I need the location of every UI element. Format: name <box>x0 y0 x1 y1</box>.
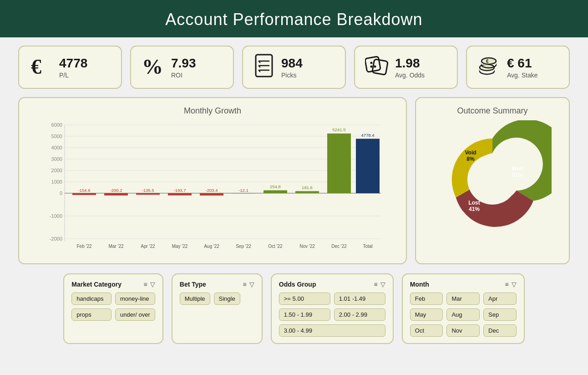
market-category-header: Market Category ≡ ▽ <box>71 281 155 288</box>
avg-stake-value: € 61 <box>507 56 537 71</box>
market-category-chips: handicaps money-line props under/ over <box>71 293 155 321</box>
charts-row: Monthly Growth 6000 5000 4000 3000 <box>0 97 588 264</box>
bet-type-icons: ≡ ▽ <box>243 281 254 288</box>
month-header: Month ≡ ▽ <box>410 281 517 288</box>
bar-chart-area: 6000 5000 4000 3000 2000 1000 0 -1000 -2… <box>28 120 397 257</box>
odds-group-chips: >= 5.00 1.01 -1.49 1.50 - 1.99 2.00 - 2.… <box>279 293 385 337</box>
chip-mar[interactable]: Mar <box>446 293 480 305</box>
avg-stake-label: Avg. Stake <box>507 72 537 79</box>
bar-chart-title: Monthly Growth <box>28 106 397 116</box>
svg-rect-50 <box>168 193 192 195</box>
chip-odds-300-499[interactable]: 3.00 - 4.99 <box>279 324 385 337</box>
chip-multiple[interactable]: Multiple <box>180 293 210 305</box>
odds-group-title: Odds Group <box>279 281 316 288</box>
chip-apr[interactable]: Apr <box>483 293 517 305</box>
svg-text:1000: 1000 <box>51 179 62 185</box>
chip-handicaps[interactable]: handicaps <box>71 293 112 305</box>
chip-may[interactable]: May <box>410 308 443 321</box>
filter-sort-icon2[interactable]: ≡ <box>243 281 247 288</box>
svg-text:8%: 8% <box>466 156 475 162</box>
svg-point-71 <box>467 154 517 205</box>
svg-text:€: € <box>486 59 489 64</box>
svg-point-19 <box>482 58 496 64</box>
chip-oct[interactable]: Oct <box>410 324 443 337</box>
month-icons: ≡ ▽ <box>505 281 517 288</box>
svg-text:Sep '22: Sep '22 <box>236 244 251 249</box>
bet-type-filter: Bet Type ≡ ▽ Multiple Single <box>172 273 263 344</box>
svg-text:-154.6: -154.6 <box>78 188 91 193</box>
percent-icon: % <box>141 54 165 81</box>
market-category-icons: ≡ ▽ <box>144 281 155 288</box>
avg-odds-label: Avg. Odds <box>395 72 425 79</box>
svg-text:May '22: May '22 <box>172 244 188 249</box>
svg-text:2000: 2000 <box>51 168 62 173</box>
chip-single[interactable]: Single <box>214 293 240 305</box>
bet-type-header: Bet Type ≡ ▽ <box>180 281 254 288</box>
filter-funnel-icon4[interactable]: ▽ <box>512 281 517 288</box>
month-chips: Feb Mar Apr May Aug Sep Oct Nov Dec <box>410 293 517 337</box>
svg-rect-68 <box>356 139 380 194</box>
svg-point-12 <box>374 66 376 68</box>
coins-icon: € <box>477 54 501 81</box>
svg-rect-41 <box>72 193 96 195</box>
filter-funnel-icon3[interactable]: ▽ <box>380 281 385 288</box>
chip-money-line[interactable]: money-line <box>115 293 155 305</box>
svg-text:0: 0 <box>60 190 62 196</box>
svg-rect-44 <box>104 193 128 195</box>
svg-rect-59 <box>264 190 287 193</box>
svg-text:5000: 5000 <box>51 134 62 139</box>
donut-container: Won 51% Lost 41% Void 8% <box>425 120 560 239</box>
kpi-avg-stake: € € 61 Avg. Stake <box>466 46 570 89</box>
euro-icon: € <box>29 54 53 81</box>
picks-icon <box>253 54 275 81</box>
svg-rect-62 <box>295 191 319 194</box>
chip-nov[interactable]: Nov <box>446 324 480 337</box>
filter-funnel-icon2[interactable]: ▽ <box>249 281 254 288</box>
svg-text:-2000: -2000 <box>50 236 62 241</box>
chip-odds-200-299[interactable]: 2.00 - 2.99 <box>334 308 385 321</box>
page-header: Account Performance Breakdown <box>0 0 588 37</box>
svg-text:€: € <box>31 55 41 77</box>
chip-aug[interactable]: Aug <box>446 308 480 321</box>
odds-group-filter: Odds Group ≡ ▽ >= 5.00 1.01 -1.49 1.50 -… <box>271 273 394 344</box>
svg-text:Won: Won <box>512 165 523 172</box>
filter-sort-icon3[interactable]: ≡ <box>374 281 378 288</box>
bar-chart-svg: 6000 5000 4000 3000 2000 1000 0 -1000 -2… <box>28 120 397 257</box>
picks-label: Picks <box>281 72 303 79</box>
chip-dec[interactable]: Dec <box>483 324 517 337</box>
chip-props[interactable]: props <box>71 308 112 321</box>
filter-funnel-icon[interactable]: ▽ <box>150 281 155 288</box>
svg-text:51%: 51% <box>512 172 523 178</box>
filters-row: Market Category ≡ ▽ handicaps money-line… <box>0 273 588 353</box>
market-category-title: Market Category <box>71 281 122 288</box>
svg-text:-203.4: -203.4 <box>206 188 218 193</box>
chip-odds-101-149[interactable]: 1.01 -1.49 <box>334 293 385 305</box>
svg-text:Aug '22: Aug '22 <box>204 244 219 249</box>
market-category-filter: Market Category ≡ ▽ handicaps money-line… <box>63 273 163 344</box>
chip-feb[interactable]: Feb <box>410 293 443 305</box>
pl-label: P/L <box>59 72 87 79</box>
page-title: Account Performance Breakdown <box>165 10 422 29</box>
svg-text:%: % <box>142 55 163 77</box>
svg-text:Oct '22: Oct '22 <box>268 244 283 249</box>
chip-sep[interactable]: Sep <box>483 308 517 321</box>
chip-odds-5plus[interactable]: >= 5.00 <box>279 293 330 305</box>
svg-text:-135.5: -135.5 <box>142 188 154 193</box>
filter-sort-icon[interactable]: ≡ <box>144 281 147 288</box>
outcome-chart-card: Outcome Summary <box>415 97 570 264</box>
svg-text:Total: Total <box>363 244 372 249</box>
avg-odds-value: 1.98 <box>395 56 425 71</box>
svg-point-13 <box>370 66 373 68</box>
roi-label: ROI <box>171 72 196 79</box>
svg-point-11 <box>370 62 373 64</box>
kpi-row: € 4778 P/L % 7.93 ROI <box>0 46 588 89</box>
filter-sort-icon4[interactable]: ≡ <box>505 281 509 288</box>
chip-under-over[interactable]: under/ over <box>115 308 155 321</box>
dice-icon <box>365 54 389 81</box>
svg-text:4000: 4000 <box>51 145 62 150</box>
kpi-avg-odds: 1.98 Avg. Odds <box>354 46 458 89</box>
donut-svg: Won 51% Lost 41% Void 8% <box>433 120 552 239</box>
svg-text:Feb '22: Feb '22 <box>76 244 91 249</box>
chip-odds-150-199[interactable]: 1.50 - 1.99 <box>279 308 330 321</box>
svg-text:Mar '22: Mar '22 <box>108 244 123 249</box>
